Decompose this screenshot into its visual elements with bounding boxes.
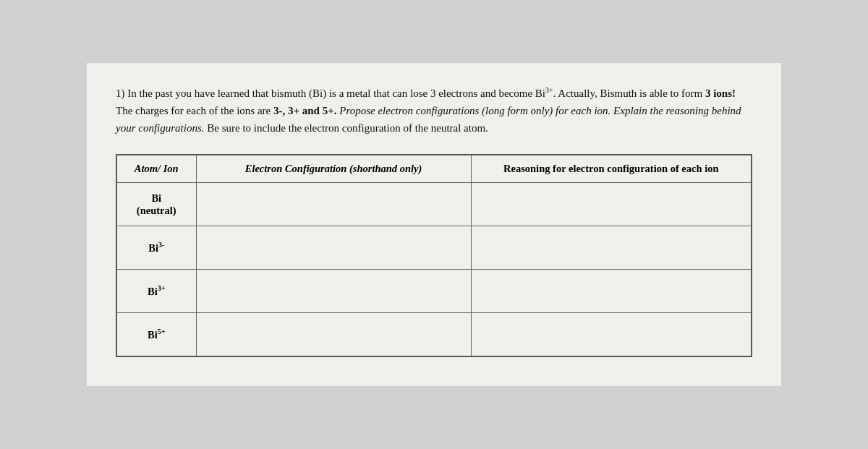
atom-bi-neutral: Bi(neutral) [116, 183, 196, 226]
header-atom-ion: Atom/ Ion [116, 155, 196, 183]
superscript-3plus: 3+ [545, 86, 553, 94]
electron-config-table: Atom/ Ion Electron Configuration (shorth… [116, 154, 752, 357]
atom-bi-3plus: Bi3+ [116, 270, 196, 313]
italic-propose: Propose electron configurations (long fo… [116, 105, 741, 134]
table-header-row: Atom/ Ion Electron Configuration (shorth… [116, 155, 752, 183]
question-text: 1) In the past you have learned that bis… [116, 85, 752, 137]
superscript-3plus-row: 3+ [158, 284, 166, 292]
config-bi-3plus [196, 270, 471, 313]
header-reasoning: Reasoning for electron configuration of … [471, 155, 752, 183]
table-row: Bi3- [116, 226, 752, 270]
config-bi-neutral [196, 183, 471, 226]
table-row: Bi(neutral) [116, 183, 752, 226]
atom-bi-3minus: Bi3- [116, 226, 196, 270]
config-bi-5plus [196, 313, 471, 356]
table-row: Bi3+ [116, 270, 752, 313]
config-bi-3minus [196, 226, 471, 270]
reasoning-bi-3minus [471, 226, 752, 270]
question-number: 1) [116, 87, 125, 99]
superscript-3minus: 3- [158, 241, 164, 249]
reasoning-bi-5plus [471, 313, 752, 356]
atom-bi-5plus: Bi5+ [116, 313, 196, 356]
bold-3ions: 3 ions! [705, 87, 736, 99]
table-row: Bi5+ [116, 313, 752, 356]
reasoning-bi-3plus [471, 270, 752, 313]
bold-charges: 3-, 3+ and 5+. [273, 105, 337, 116]
superscript-5plus: 5+ [158, 328, 166, 335]
page-container: 1) In the past you have learned that bis… [87, 63, 781, 386]
header-electron-config: Electron Configuration (shorthand only) [196, 155, 471, 183]
reasoning-bi-neutral [471, 183, 752, 226]
